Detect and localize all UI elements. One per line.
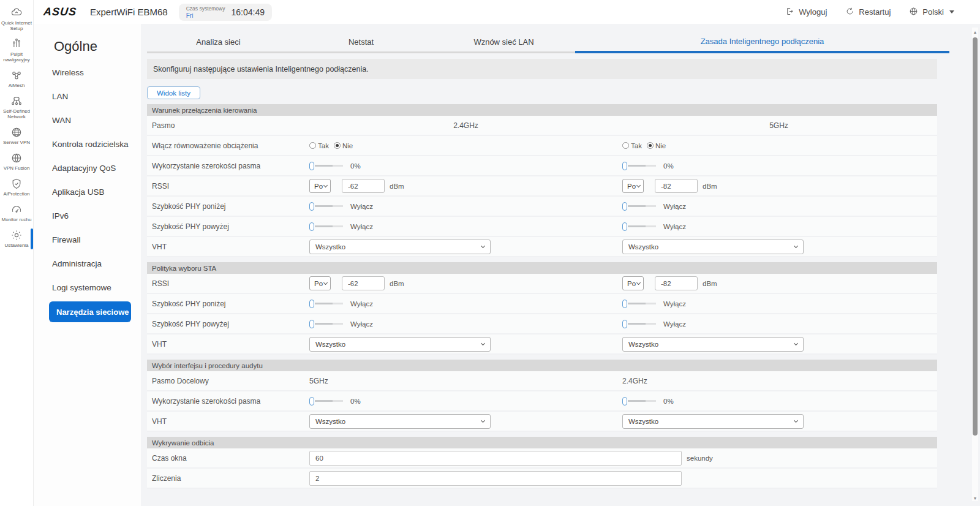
sidebar-item-logi-systemowe[interactable]: Logi systemowe xyxy=(52,276,141,300)
slider-handle[interactable] xyxy=(309,300,314,308)
slider-track xyxy=(628,400,656,402)
comparison-select[interactable]: Po xyxy=(622,276,644,290)
rail-item-pulpit-nawigacyjny[interactable]: Pulpit nawigacyjny xyxy=(0,35,33,66)
slider-value: Wyłącz xyxy=(663,203,686,210)
radio-option-tak[interactable]: Tak xyxy=(622,142,642,149)
slider-handle[interactable] xyxy=(622,320,627,328)
rail-item-aiprotection[interactable]: AiProtection xyxy=(0,175,33,200)
vht-select[interactable]: Wszystko xyxy=(622,414,804,429)
range-slider[interactable] xyxy=(622,162,656,170)
sidebar-item-adaptacyjny-qos[interactable]: Adaptacyjny QoS xyxy=(52,156,141,180)
slider-handle[interactable] xyxy=(622,222,627,231)
vht-select[interactable]: Wszystko xyxy=(309,337,491,352)
vht-select[interactable]: Wszystko xyxy=(622,240,804,254)
tab-wznow-siec-lan[interactable]: Wznów sieć LAN xyxy=(432,32,575,53)
language-selector[interactable]: Polski xyxy=(909,7,954,18)
slider-handle[interactable] xyxy=(309,222,314,231)
chevron-down-icon xyxy=(949,10,954,13)
sidebar-item-ipv6[interactable]: IPv6 xyxy=(52,204,141,228)
tab-zasada-inteligentnego-podlaczenia[interactable]: Zasada Inteligentnego podłączenia xyxy=(575,32,949,53)
slider-handle[interactable] xyxy=(622,300,627,308)
rail-item-serwer-vpn[interactable]: Serwer VPN xyxy=(0,123,33,149)
tab-netstat[interactable]: Netstat xyxy=(290,32,432,53)
unit-suffix: dBm xyxy=(390,280,404,287)
logout-label: Wyloguj xyxy=(799,7,827,17)
chevron-down-icon xyxy=(794,418,798,422)
rail-item-ustawienia[interactable]: Ustawienia xyxy=(0,226,33,252)
range-slider[interactable] xyxy=(622,300,656,308)
rssi-input[interactable] xyxy=(342,276,385,290)
czas-okna-input[interactable] xyxy=(309,451,682,466)
sidebar-item-wireless[interactable]: Wireless xyxy=(52,61,141,85)
radio-option-tak[interactable]: Tak xyxy=(309,142,329,149)
settings-row-vht: VHTWszystkoWszystko xyxy=(147,334,937,355)
restart-button[interactable]: Restartuj xyxy=(845,7,891,18)
radio-option-nie[interactable]: Nie xyxy=(647,142,666,149)
band-column-2: Wszystko xyxy=(622,414,935,429)
band-column-2: PodBm xyxy=(622,179,935,193)
radio-option-nie[interactable]: Nie xyxy=(334,142,353,149)
sidebar-item-narzedzia-sieciowe[interactable]: Narzędzia sieciowe xyxy=(49,301,131,322)
slider-handle[interactable] xyxy=(309,320,314,328)
zliczenia-input[interactable] xyxy=(309,471,682,486)
network-topology-icon xyxy=(10,95,23,107)
select-value: Po xyxy=(314,183,323,190)
scrollbar-thumb[interactable] xyxy=(973,37,978,436)
sidebar-item-aplikacja-usb[interactable]: Aplikacja USB xyxy=(52,180,141,204)
range-slider[interactable] xyxy=(622,320,656,328)
sidebar-item-wan[interactable]: WAN xyxy=(52,108,141,132)
radio-icon[interactable] xyxy=(622,142,629,149)
range-slider[interactable] xyxy=(309,162,343,170)
rssi-input[interactable] xyxy=(655,276,698,290)
slider-handle[interactable] xyxy=(309,202,314,211)
vht-select[interactable]: Wszystko xyxy=(622,337,804,352)
range-slider[interactable] xyxy=(622,397,656,406)
list-view-button[interactable]: Widok listy xyxy=(147,86,200,99)
rail-item-aimesh[interactable]: AiMesh xyxy=(0,66,33,92)
band-column-1: PodBm xyxy=(309,179,622,193)
comparison-select[interactable]: Po xyxy=(309,276,331,290)
radio-group: TakNie xyxy=(309,142,353,149)
slider-handle[interactable] xyxy=(622,397,627,406)
slider-handle[interactable] xyxy=(309,162,314,170)
rail-item-quick-internet-setup[interactable]: Quick Internet Setup xyxy=(0,4,33,35)
sidebar-item-firewall[interactable]: Firewall xyxy=(52,228,141,252)
sidebar-item-lan[interactable]: LAN xyxy=(52,85,141,108)
slider-value: Wyłącz xyxy=(663,300,686,308)
range-slider[interactable] xyxy=(309,222,343,231)
rssi-input[interactable] xyxy=(342,179,385,193)
band-column-2: 5GHz xyxy=(622,121,935,130)
rail-item-self-defined-network[interactable]: Self-Defined Network xyxy=(0,92,33,123)
comparison-select[interactable]: Po xyxy=(309,179,331,193)
band-column-1: PodBm xyxy=(309,276,622,290)
radio-label: Tak xyxy=(318,142,329,149)
comparison-select[interactable]: Po xyxy=(622,179,644,193)
logout-button[interactable]: Wyloguj xyxy=(785,7,827,18)
range-slider[interactable] xyxy=(622,202,656,211)
range-slider[interactable] xyxy=(309,320,343,328)
tab-analiza-sieci[interactable]: Analiza sieci xyxy=(147,32,290,53)
radio-icon[interactable] xyxy=(309,142,316,149)
radio-icon[interactable] xyxy=(647,142,654,149)
vht-select[interactable]: Wszystko xyxy=(309,240,491,254)
band-column-1: 0% xyxy=(309,397,622,406)
chevron-down-icon xyxy=(794,341,798,345)
settings-row-szybkosc-phy-ponizej: Szybkość PHY poniżejWyłączWyłącz xyxy=(147,294,937,314)
slider-handle[interactable] xyxy=(622,162,627,170)
range-slider[interactable] xyxy=(622,222,656,231)
scroll-down-arrow-icon[interactable]: ▼ xyxy=(972,495,978,501)
radio-icon[interactable] xyxy=(334,142,341,149)
restart-label: Restartuj xyxy=(859,7,891,17)
range-slider[interactable] xyxy=(309,397,343,406)
scroll-up-arrow-icon[interactable]: ▲ xyxy=(972,29,978,35)
rail-item-monitor-ruchu[interactable]: Monitor ruchu xyxy=(0,200,33,226)
slider-handle[interactable] xyxy=(622,202,627,211)
range-slider[interactable] xyxy=(309,202,343,211)
range-slider[interactable] xyxy=(309,300,343,308)
slider-handle[interactable] xyxy=(309,397,314,406)
rssi-input[interactable] xyxy=(655,179,698,193)
vht-select[interactable]: Wszystko xyxy=(309,414,491,429)
sidebar-item-administracja[interactable]: Administracja xyxy=(52,252,141,276)
rail-item-vpn-fusion[interactable]: VPN Fusion xyxy=(0,149,33,175)
sidebar-item-kontrola-rodzicielska[interactable]: Kontrola rodzicielska xyxy=(52,132,141,156)
